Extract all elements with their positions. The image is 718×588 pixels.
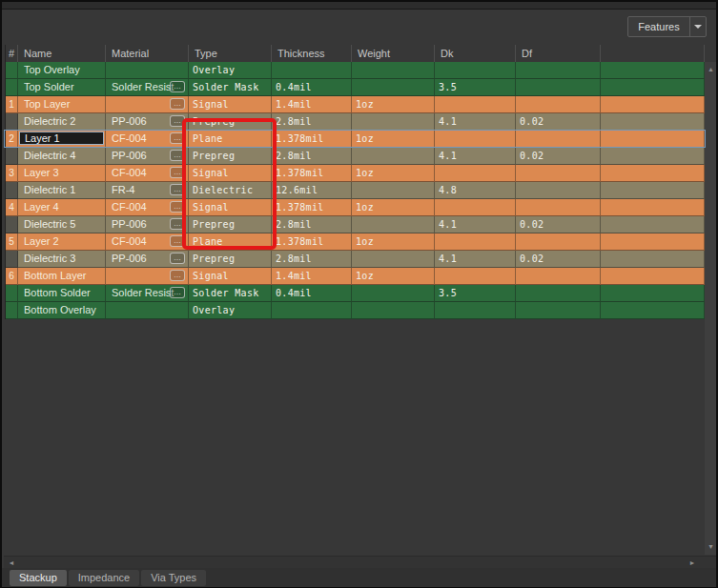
cell-thickness[interactable]: 0.4mil xyxy=(272,79,352,96)
cell-index[interactable]: 5 xyxy=(6,233,18,251)
cell-material[interactable]: … xyxy=(106,96,189,113)
cell-index[interactable] xyxy=(6,251,18,268)
cell-material[interactable] xyxy=(106,302,189,319)
cell-index[interactable] xyxy=(6,113,18,131)
scroll-down-icon[interactable]: ▼ xyxy=(705,541,717,553)
cell-thickness[interactable] xyxy=(272,302,352,319)
cell-weight[interactable] xyxy=(352,216,435,233)
features-button[interactable]: Features xyxy=(627,16,707,37)
cell-material[interactable]: PP-006… xyxy=(106,113,189,131)
cell-df[interactable]: 0.02 xyxy=(516,251,601,268)
material-ellipsis-button[interactable]: … xyxy=(170,287,185,298)
cell-weight[interactable]: 1oz xyxy=(352,131,435,148)
cell-index[interactable]: 1 xyxy=(6,96,18,113)
table-row[interactable]: Top Overlay Overlay xyxy=(6,62,705,79)
cell-thickness[interactable]: 1.378mil xyxy=(272,131,352,148)
cell-df[interactable] xyxy=(516,302,601,319)
cell-name[interactable]: Dielectric 4 xyxy=(18,148,106,165)
cell-index[interactable] xyxy=(6,79,18,96)
material-ellipsis-button[interactable]: … xyxy=(170,253,185,264)
cell-dk[interactable] xyxy=(435,62,516,79)
cell-dk[interactable]: 4.1 xyxy=(435,216,516,233)
cell-dk[interactable] xyxy=(435,302,516,319)
features-dropdown-button[interactable] xyxy=(689,17,706,36)
cell-name[interactable]: Dielectric 5 xyxy=(18,216,106,233)
cell-weight[interactable] xyxy=(352,113,435,131)
material-ellipsis-button[interactable]: … xyxy=(170,270,185,281)
cell-material[interactable]: FR-4… xyxy=(106,182,189,199)
cell-type[interactable]: Plane xyxy=(189,233,272,251)
tab-stackup[interactable]: Stackup xyxy=(10,570,67,586)
cell-type[interactable]: Signal xyxy=(189,268,272,285)
cell-thickness[interactable]: 0.4mil xyxy=(272,285,352,302)
material-ellipsis-button[interactable]: … xyxy=(170,235,185,247)
cell-dk[interactable] xyxy=(435,96,516,113)
cell-type[interactable]: Prepreg xyxy=(189,148,272,165)
cell-weight[interactable] xyxy=(352,148,435,165)
cell-dk[interactable] xyxy=(435,233,516,251)
cell-index[interactable]: 4 xyxy=(6,199,18,216)
cell-thickness[interactable]: 2.8mil xyxy=(272,251,352,268)
cell-type[interactable]: Solder Mask xyxy=(189,79,272,96)
cell-dk[interactable] xyxy=(435,165,516,182)
cell-dk[interactable]: 4.1 xyxy=(435,148,516,165)
material-ellipsis-button[interactable]: … xyxy=(170,201,185,213)
cell-index[interactable] xyxy=(6,182,18,199)
material-ellipsis-button[interactable]: … xyxy=(170,184,185,195)
cell-index[interactable] xyxy=(6,62,18,79)
cell-type[interactable]: Plane xyxy=(189,131,272,148)
cell-thickness[interactable] xyxy=(272,62,352,79)
cell-weight[interactable] xyxy=(352,62,435,79)
cell-dk[interactable] xyxy=(435,199,516,216)
cell-material[interactable]: PP-006… xyxy=(106,216,189,233)
cell-dk[interactable]: 4.8 xyxy=(435,182,516,199)
cell-weight[interactable]: 1oz xyxy=(352,96,435,113)
cell-material[interactable]: CF-004… xyxy=(106,233,189,251)
cell-name[interactable]: Top Layer xyxy=(18,96,106,113)
cell-type[interactable]: Prepreg xyxy=(189,216,272,233)
cell-weight[interactable] xyxy=(352,79,435,96)
horizontal-scrollbar[interactable]: ◄ ► xyxy=(4,556,717,568)
cell-name[interactable]: Dielectric 2 xyxy=(18,113,106,131)
cell-name[interactable]: Dielectric 1 xyxy=(18,182,106,199)
cell-weight[interactable] xyxy=(352,251,435,268)
cell-df[interactable] xyxy=(516,268,601,285)
cell-index[interactable]: 2 xyxy=(6,131,18,148)
material-ellipsis-button[interactable]: … xyxy=(170,167,185,178)
table-row[interactable]: Dielectric 3 PP-006… Prepreg 2.8mil 4.1 … xyxy=(6,251,705,268)
table-row[interactable]: 1 Top Layer … Signal 1.4mil 1oz xyxy=(6,96,705,113)
cell-thickness[interactable]: 1.378mil xyxy=(272,199,352,216)
cell-thickness[interactable]: 12.6mil xyxy=(272,182,352,199)
cell-weight[interactable]: 1oz xyxy=(352,233,435,251)
table-row[interactable]: Dielectric 2 PP-006… Prepreg 2.8mil 4.1 … xyxy=(6,113,705,131)
cell-material[interactable]: PP-006… xyxy=(106,148,189,165)
material-ellipsis-button[interactable]: … xyxy=(170,115,185,127)
cell-name[interactable]: Dielectric 3 xyxy=(18,251,106,268)
cell-index[interactable] xyxy=(6,216,18,233)
tab-via-types[interactable]: Via Types xyxy=(141,570,206,586)
cell-thickness[interactable]: 1.4mil xyxy=(272,96,352,113)
cell-dk[interactable] xyxy=(435,131,516,148)
cell-material[interactable]: Solder Resist… xyxy=(106,79,189,96)
cell-df[interactable] xyxy=(516,233,601,251)
cell-index[interactable]: 6 xyxy=(6,268,18,285)
cell-material[interactable]: CF-004… xyxy=(106,131,189,148)
table-row[interactable]: 3 Layer 3 CF-004… Signal 1.378mil 1oz xyxy=(6,165,705,182)
cell-thickness[interactable]: 2.8mil xyxy=(272,113,352,131)
cell-name[interactable]: Layer 4 xyxy=(18,199,106,216)
cell-dk[interactable]: 3.5 xyxy=(435,79,516,96)
cell-df[interactable] xyxy=(516,285,601,302)
cell-type[interactable]: Dielectric xyxy=(189,182,272,199)
cell-type[interactable]: Overlay xyxy=(189,302,272,319)
table-row[interactable]: 4 Layer 4 CF-004… Signal 1.378mil 1oz xyxy=(6,199,705,216)
cell-thickness[interactable]: 2.8mil xyxy=(272,148,352,165)
vertical-scrollbar[interactable]: ▲ ▼ xyxy=(705,62,717,555)
table-row[interactable]: Dielectric 5 PP-006… Prepreg 2.8mil 4.1 … xyxy=(6,216,705,233)
cell-material[interactable]: CF-004… xyxy=(106,199,189,216)
table-row[interactable]: Bottom Overlay Overlay xyxy=(6,302,705,319)
table-row[interactable]: Dielectric 1 FR-4… Dielectric 12.6mil 4.… xyxy=(6,182,705,199)
cell-name[interactable]: Layer 2 xyxy=(18,233,106,251)
cell-name[interactable]: Bottom Layer xyxy=(18,268,106,285)
table-row[interactable]: Top Solder Solder Resist… Solder Mask 0.… xyxy=(6,79,705,96)
cell-material[interactable]: CF-004… xyxy=(106,165,189,182)
